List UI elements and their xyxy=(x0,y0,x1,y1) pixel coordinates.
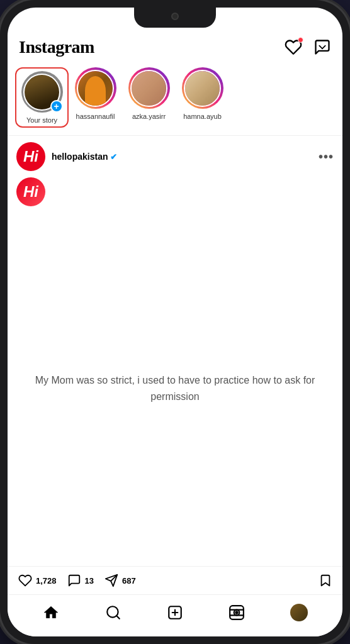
azka-avatar-wrap xyxy=(128,67,170,109)
hamna-label: hamna.ayub xyxy=(183,113,222,120)
profile-avatar-icon xyxy=(290,604,308,621)
comment-count: 13 xyxy=(85,576,94,586)
azka-img xyxy=(132,71,166,106)
hassannaufil-label: hassannaufil xyxy=(76,113,115,120)
post-actions: 1,728 13 xyxy=(8,566,342,594)
story-hassannaufil[interactable]: hassannaufil xyxy=(69,67,122,128)
more-options-button[interactable]: ••• xyxy=(319,150,334,164)
like-action[interactable]: 1,728 xyxy=(18,573,57,588)
hassannaufil-avatar-wrap xyxy=(75,67,116,109)
story-hamna-ayub[interactable]: hamna.ayub xyxy=(176,67,229,128)
story-azka-yasirr[interactable]: azka.yasirr xyxy=(122,67,176,128)
post-text: My Mom was so strict, i used to have to … xyxy=(26,372,324,404)
post-content-area: My Mom was so strict, i used to have to … xyxy=(8,211,342,566)
post-logo-section: Hi xyxy=(8,177,342,211)
hassannaufil-ring xyxy=(75,67,116,109)
nav-home[interactable] xyxy=(37,601,65,624)
post-user: Hi hellopakistan ✔ xyxy=(16,142,117,171)
your-story-label: Your story xyxy=(26,116,57,124)
bottom-nav xyxy=(8,594,342,636)
like-icon xyxy=(18,573,33,588)
azka-label: azka.yasirr xyxy=(132,113,166,120)
app-logo: Instagram xyxy=(19,37,94,57)
share-count: 687 xyxy=(122,576,136,586)
front-camera xyxy=(171,13,179,20)
azka-avatar xyxy=(130,70,167,107)
share-action[interactable]: 687 xyxy=(104,573,136,588)
nav-profile[interactable] xyxy=(285,601,313,624)
app-content: Instagram xyxy=(8,8,342,636)
hamna-img xyxy=(185,71,220,106)
messenger-icon xyxy=(313,38,331,56)
svg-point-9 xyxy=(236,611,238,613)
add-story-button[interactable]: + xyxy=(50,100,63,113)
nav-add[interactable] xyxy=(161,601,189,624)
screen: Instagram xyxy=(8,8,342,636)
reels-icon xyxy=(228,604,246,621)
phone-frame: Instagram xyxy=(0,0,350,644)
svg-line-3 xyxy=(116,616,120,619)
heart-button[interactable] xyxy=(285,38,302,56)
hassannaufil-img xyxy=(78,71,113,106)
post-avatar: Hi xyxy=(16,142,45,171)
hamna-ring xyxy=(182,67,223,109)
share-icon xyxy=(104,573,119,588)
hamna-avatar xyxy=(184,70,221,107)
messenger-button[interactable] xyxy=(313,38,331,56)
add-icon xyxy=(166,604,184,621)
like-count: 1,728 xyxy=(36,576,57,586)
hamna-avatar-wrap xyxy=(182,67,223,109)
azka-ring xyxy=(128,67,170,109)
header: Instagram xyxy=(8,30,342,62)
bookmark-icon xyxy=(319,574,332,587)
hassannaufil-avatar xyxy=(77,70,114,107)
comment-icon xyxy=(67,573,82,588)
search-icon xyxy=(104,604,122,621)
post-header: Hi hellopakistan ✔ ••• xyxy=(8,136,342,177)
post-logo-large: Hi xyxy=(16,177,45,206)
notch xyxy=(134,8,216,28)
verified-badge: ✔ xyxy=(110,152,117,162)
your-story-avatar-wrap: + xyxy=(21,71,63,113)
stories-row: + Your story hassannaufil xyxy=(8,62,342,136)
nav-search[interactable] xyxy=(99,601,127,624)
comment-action[interactable]: 13 xyxy=(67,573,94,588)
home-icon xyxy=(42,604,60,621)
bookmark-button[interactable] xyxy=(319,574,332,587)
post: Hi hellopakistan ✔ ••• Hi My Mom was so … xyxy=(8,136,342,594)
header-icons xyxy=(285,38,331,56)
nav-reels[interactable] xyxy=(223,601,251,624)
username-text: hellopakistan xyxy=(52,152,108,162)
actions-left: 1,728 13 xyxy=(18,573,136,588)
story-your-story[interactable]: + Your story xyxy=(15,67,69,128)
post-username[interactable]: hellopakistan ✔ xyxy=(52,152,117,162)
notification-dot xyxy=(298,37,303,43)
